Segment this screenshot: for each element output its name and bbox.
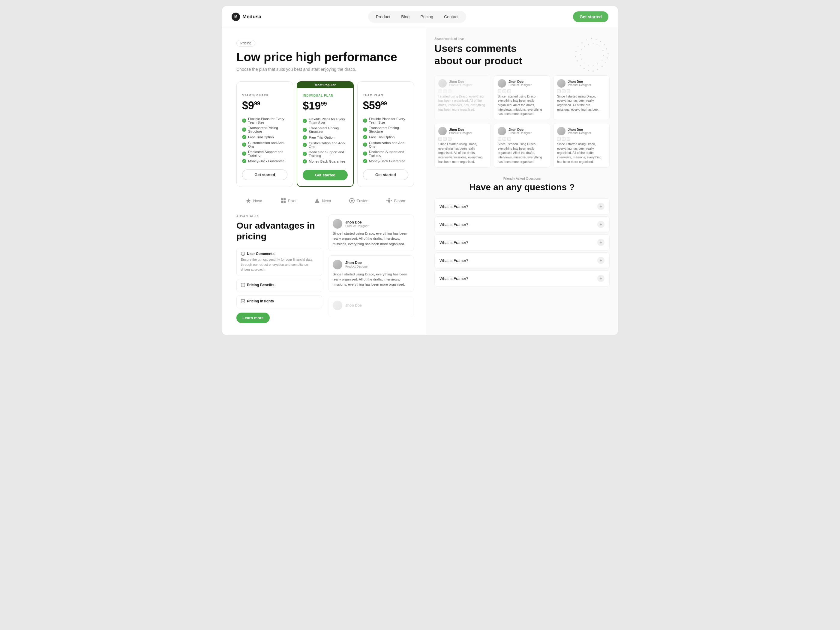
nav-product[interactable]: Product [371, 13, 395, 21]
svg-point-7 [388, 199, 390, 202]
pricing-title: Low price high performance [237, 50, 414, 64]
t-info-0: Jhon Doe Product Designer [449, 80, 472, 87]
get-started-button[interactable]: Get started [573, 11, 608, 22]
svg-point-44 [580, 54, 581, 55]
learn-more-button[interactable]: Learn more [237, 313, 270, 323]
faq-section: Friendly Asked Questions Have an any que… [434, 177, 609, 286]
social-icon [438, 89, 442, 93]
adv-feature-title-0: User Comments [241, 252, 318, 256]
svg-rect-0 [281, 198, 283, 201]
list-item: ✓Dedicated Support and Training [363, 149, 408, 158]
faq-expand-icon-4[interactable]: + [597, 275, 605, 282]
social-icon [507, 89, 511, 93]
testimonial-name-2: Jhon Doe [345, 303, 362, 308]
faq-question-1: What is Framer? [439, 222, 468, 227]
faq-expand-icon-3[interactable]: + [597, 257, 605, 264]
faq-expand-icon-0[interactable]: + [597, 203, 605, 210]
list-item: ✓Dedicated Support and Training [303, 149, 347, 158]
check-icon: ✓ [242, 128, 246, 132]
social-icon [557, 137, 561, 141]
nav-pricing[interactable]: Pricing [415, 13, 438, 21]
pricing-cards: STARTER PACK $999 ✓Flexible Plans for Ev… [237, 81, 414, 187]
t-card-0: Jhon Doe Product Designer I started usin… [434, 75, 491, 120]
comments-hero: Sweet words of love Users comments about… [434, 37, 609, 67]
social-icon [562, 137, 565, 141]
adv-feature-desc-0: Ensure the utmost security for your fina… [241, 257, 318, 272]
t-avatar-1 [498, 79, 506, 88]
faq-expand-icon-1[interactable]: + [597, 221, 605, 228]
testimonial-info-0: Jhon Doe Product Designer [345, 220, 368, 228]
check-icon: ✓ [303, 152, 307, 156]
svg-point-23 [602, 66, 603, 67]
faq-item-0[interactable]: What is Framer? + [434, 198, 609, 215]
social-icon [502, 137, 506, 141]
t-name-4: Jhon Doe [508, 128, 532, 131]
social-icon [557, 89, 561, 93]
t-name-0: Jhon Doe [449, 80, 472, 84]
advantages-right: Jhon Doe Product Designer Since I starte… [328, 215, 414, 323]
faq-item-4[interactable]: What is Framer? + [434, 270, 609, 286]
svg-point-41 [588, 65, 589, 66]
list-item: ✓Money-Back Guarantee [242, 158, 287, 164]
t-role-3: Product Designer [449, 131, 472, 135]
adv-feature-title-2: Pricing Insights [241, 299, 318, 303]
svg-rect-1 [284, 198, 286, 201]
individual-features: ✓Flexible Plans for Every Team Size ✓Tra… [303, 117, 347, 164]
logo-text: Medusa [242, 14, 261, 20]
check-icon: ✓ [363, 152, 367, 156]
starter-get-started-button[interactable]: Get started [242, 169, 287, 180]
svg-point-24 [597, 69, 598, 70]
t-icons-4 [498, 137, 546, 141]
check-icon: ✓ [363, 118, 367, 123]
check-icon: ✓ [242, 118, 246, 123]
svg-marker-4 [315, 198, 319, 203]
t-role-0: Product Designer [449, 84, 472, 87]
list-item: ✓Free Trial Option [242, 134, 287, 140]
main-content: Pricing Low price high performance Choos… [222, 28, 618, 335]
team-get-started-button[interactable]: Get started [363, 169, 408, 180]
t-info-4: Jhon Doe Product Designer [508, 128, 532, 135]
partner-bloom-label: Bloom [394, 199, 405, 203]
svg-point-48 [593, 43, 594, 44]
testimonial-name-0: Jhon Doe [345, 220, 368, 224]
check-icon: ✓ [303, 128, 307, 132]
individual-get-started-button[interactable]: Get started [303, 170, 347, 180]
faq-item-3[interactable]: What is Framer? + [434, 252, 609, 268]
dotted-globe-icon [571, 34, 613, 76]
testimonial-info-2: Jhon Doe [345, 303, 362, 308]
t-name-2: Jhon Doe [568, 80, 591, 84]
svg-point-38 [602, 60, 603, 61]
t-role-5: Product Designer [568, 131, 591, 135]
svg-point-46 [584, 46, 585, 47]
list-item: ✓Free Trial Option [363, 134, 408, 140]
social-icon [438, 137, 442, 141]
t-text-4: Since I started using Draco, everything … [498, 142, 546, 164]
faq-expand-icon-2[interactable]: + [597, 239, 605, 246]
advantages-title: Our advantages in pricing [237, 220, 322, 242]
partner-pixel: Pixel [280, 198, 297, 204]
svg-point-43 [581, 59, 582, 60]
t-info-2: Jhon Doe Product Designer [568, 80, 591, 87]
check-icon: ✓ [242, 135, 246, 139]
faq-item-2[interactable]: What is Framer? + [434, 234, 609, 251]
testimonial-text-1: Since I started using Draco, everything … [333, 272, 409, 287]
svg-point-36 [603, 50, 603, 51]
t-card-header-3: Jhon Doe Product Designer [438, 127, 487, 135]
pricing-card-starter: STARTER PACK $999 ✓Flexible Plans for Ev… [237, 81, 293, 187]
t-icons-5 [557, 137, 606, 141]
individual-price: $1999 [303, 99, 347, 112]
partners-row: Nova Pixel Nexa Fusion Bloom [237, 198, 414, 204]
team-plan-name: TEAM PLAN [363, 93, 408, 97]
partner-nova-label: Nova [253, 199, 262, 203]
svg-rect-2 [281, 201, 283, 203]
nav-blog[interactable]: Blog [396, 13, 414, 21]
nav-contact[interactable]: Contact [439, 13, 463, 21]
list-item: ✓Dedicated Support and Training [242, 149, 287, 158]
starter-features: ✓Flexible Plans for Every Team Size ✓Tra… [242, 116, 287, 164]
check-icon: ✓ [363, 142, 367, 147]
adv-feature-title-1: Pricing Benefits [241, 283, 318, 287]
svg-point-42 [584, 63, 585, 63]
check-icon: ✓ [242, 142, 246, 147]
faq-question-0: What is Framer? [439, 204, 468, 209]
faq-item-1[interactable]: What is Framer? + [434, 216, 609, 232]
